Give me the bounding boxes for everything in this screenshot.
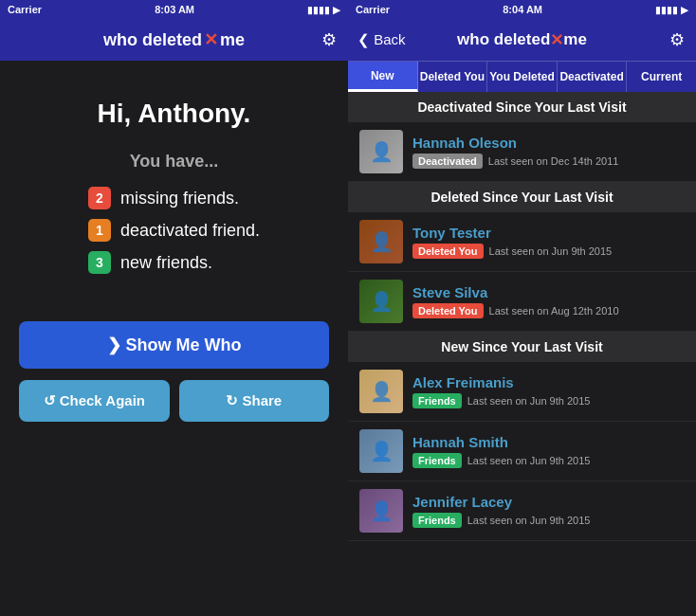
tab-bar: New Deleted You You Deleted Deactivated …	[348, 61, 696, 92]
avatar: 👤	[359, 429, 403, 473]
friend-meta: Deleted You Last seen on Jun 9th 2015	[412, 244, 612, 259]
tab-current[interactable]: Current	[627, 62, 696, 92]
missing-text: missing friends.	[120, 189, 239, 208]
friend-info: Hannah Smith Friends Last seen on Jun 9t…	[412, 434, 590, 468]
last-seen: Last seen on Jun 9th 2015	[467, 395, 591, 407]
avatar: 👤	[359, 280, 403, 323]
deactivated-section-header: Deactivated Since Your Last Visit	[348, 92, 696, 122]
friend-meta: Deleted You Last seen on Aug 12th 2010	[412, 303, 619, 318]
stats-list: 2 missing friends. 1 deactivated friend.…	[88, 187, 260, 274]
right-app-title: who deleted ✕ me	[457, 30, 587, 50]
new-friends-text: new friends.	[120, 253, 212, 273]
right-panel: Carrier 8:04 AM ▮▮▮▮ ▶ ❮ Back who delete…	[348, 0, 696, 616]
secondary-buttons: ↺ Check Again ↻ Share	[19, 380, 329, 422]
friend-info: Tony Tester Deleted You Last seen on Jun…	[412, 225, 612, 259]
status-badge: Friends	[412, 513, 462, 528]
friend-name: Steve Silva	[412, 284, 619, 300]
friend-name: Hannah Smith	[412, 434, 590, 450]
stat-row-new: 3 new friends.	[88, 251, 260, 274]
you-have-text: You have...	[130, 152, 219, 172]
tab-new[interactable]: New	[348, 62, 418, 92]
right-time: 8:04 AM	[503, 4, 542, 15]
right-battery: ▮▮▮▮ ▶	[655, 4, 688, 15]
title-part1: who deleted	[103, 30, 202, 50]
check-again-button[interactable]: ↺ Check Again	[19, 380, 170, 422]
title-x: ✕	[204, 29, 218, 50]
friend-meta: Friends Last seen on Jun 9th 2015	[412, 393, 590, 408]
last-seen: Last seen on Jun 9th 2015	[467, 455, 591, 466]
status-badge: Deactivated	[412, 154, 483, 169]
list-item: 👤 Steve Silva Deleted You Last seen on A…	[348, 272, 696, 332]
tab-deleted-you[interactable]: Deleted You	[418, 62, 488, 92]
list-item: 👤 Jennifer Lacey Friends Last seen on Ju…	[348, 481, 696, 541]
left-content: Hi, Anthony. You have... 2 missing frien…	[0, 61, 348, 616]
friend-name: Tony Tester	[412, 225, 612, 241]
avatar: 👤	[359, 220, 403, 263]
right-carrier: Carrier	[356, 4, 390, 15]
left-time: 8:03 AM	[155, 4, 194, 15]
friend-info: Jennifer Lacey Friends Last seen on Jun …	[412, 494, 590, 528]
missing-badge: 2	[88, 187, 111, 209]
back-button[interactable]: ❮ Back	[357, 31, 406, 48]
stat-row-deactivated: 1 deactivated friend.	[88, 219, 260, 242]
tab-deactivated[interactable]: Deactivated	[558, 62, 628, 92]
title-part2: me	[220, 30, 245, 50]
left-app-title: who deleted ✕ me	[103, 29, 245, 50]
right-status-bar: Carrier 8:04 AM ▮▮▮▮ ▶	[348, 0, 696, 19]
status-badge: Friends	[412, 453, 462, 468]
friend-info: Steve Silva Deleted You Last seen on Aug…	[412, 284, 619, 318]
right-title-part1: who deleted	[457, 30, 550, 49]
greeting-text: Hi, Anthony.	[98, 99, 251, 129]
list-item: 👤 Hannah Oleson Deactivated Last seen on…	[348, 122, 696, 182]
share-button[interactable]: ↻ Share	[179, 380, 330, 422]
friend-name: Hannah Oleson	[412, 135, 618, 151]
avatar: 👤	[359, 130, 403, 173]
last-seen: Last seen on Jun 9th 2015	[489, 245, 613, 257]
list-item: 👤 Alex Freimanis Friends Last seen on Ju…	[348, 362, 696, 422]
last-seen: Last seen on Jun 9th 2015	[467, 515, 591, 526]
right-title-x: ✕	[550, 30, 563, 50]
friend-info: Alex Freimanis Friends Last seen on Jun …	[412, 374, 590, 408]
list-item: 👤 Tony Tester Deleted You Last seen on J…	[348, 212, 696, 272]
new-section-header: New Since Your Last Visit	[348, 332, 696, 362]
deleted-section-header: Deleted Since Your Last Visit	[348, 182, 696, 212]
stat-row-missing: 2 missing friends.	[88, 187, 260, 209]
right-title-part2: me	[563, 30, 587, 49]
friend-meta: Deactivated Last seen on Dec 14th 2011	[412, 154, 618, 169]
avatar: 👤	[359, 370, 403, 413]
left-carrier: Carrier	[8, 4, 42, 15]
status-badge: Friends	[412, 393, 462, 408]
new-badge: 3	[88, 251, 111, 274]
last-seen: Last seen on Aug 12th 2010	[489, 305, 619, 317]
left-battery: ▮▮▮▮ ▶	[307, 4, 340, 15]
friend-info: Hannah Oleson Deactivated Last seen on D…	[412, 135, 618, 169]
friends-list: Deactivated Since Your Last Visit 👤 Hann…	[348, 92, 696, 616]
avatar: 👤	[359, 489, 403, 533]
left-status-bar: Carrier 8:03 AM ▮▮▮▮ ▶	[0, 0, 348, 19]
left-panel: Carrier 8:03 AM ▮▮▮▮ ▶ who deleted ✕ me …	[0, 0, 348, 616]
deactivated-badge: 1	[88, 219, 111, 242]
right-gear-icon[interactable]: ⚙	[669, 29, 685, 50]
tab-you-deleted[interactable]: You Deleted	[487, 62, 558, 92]
show-me-who-button[interactable]: ❯ Show Me Who	[19, 321, 329, 369]
friend-meta: Friends Last seen on Jun 9th 2015	[412, 513, 590, 528]
right-header: ❮ Back who deleted ✕ me ⚙	[348, 19, 696, 61]
gear-icon[interactable]: ⚙	[321, 29, 337, 50]
status-badge: Deleted You	[412, 244, 484, 259]
deactivated-text: deactivated friend.	[120, 221, 260, 241]
last-seen: Last seen on Dec 14th 2011	[488, 155, 619, 167]
friend-meta: Friends Last seen on Jun 9th 2015	[412, 453, 590, 468]
friend-name: Alex Freimanis	[412, 374, 590, 390]
friend-name: Jennifer Lacey	[412, 494, 590, 510]
status-badge: Deleted You	[412, 303, 484, 318]
left-header: who deleted ✕ me ⚙	[0, 19, 348, 61]
list-item: 👤 Hannah Smith Friends Last seen on Jun …	[348, 422, 696, 481]
